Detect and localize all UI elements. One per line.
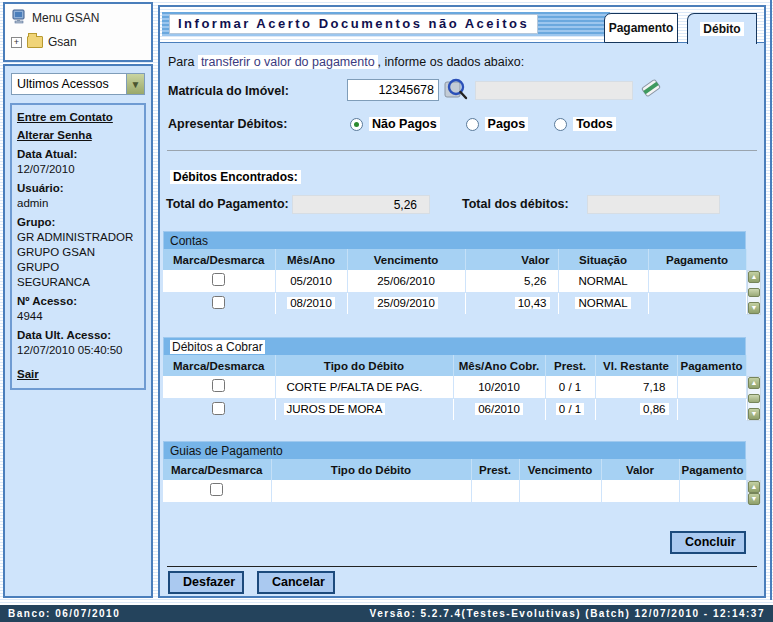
scroll-up-icon[interactable]: ▲ (748, 377, 760, 389)
col-tipo-debito: Tipo do Débito (271, 459, 471, 480)
cell-vencimento: 25/09/2010 (374, 297, 438, 309)
col-marca-desmarca: Marca/Desmarca (163, 459, 271, 480)
debitos-table-title: Débitos a Cobrar (163, 337, 746, 355)
radio-icon[interactable] (554, 118, 567, 131)
computer-icon (11, 9, 27, 28)
intro-prefix: Para (168, 55, 194, 69)
matricula-row: Matrícula do Imóvel: (168, 81, 760, 105)
cell-valor: 5,26 (521, 275, 549, 287)
cell-vencimento: 25/06/2010 (374, 275, 438, 287)
intro-highlight: transferir o valor do pagamento (198, 55, 378, 69)
total-debitos-label: Total dos débitos: (462, 197, 569, 211)
change-password-link[interactable]: Alterar Senha (17, 129, 139, 141)
contas-scrollbar[interactable]: ▲ ▼ (747, 270, 761, 315)
debitos-row-checkbox[interactable] (212, 379, 225, 392)
data-ult-acesso-value: 12/07/2010 05:40:50 (17, 343, 139, 358)
tab-debito[interactable]: Débito (687, 13, 757, 44)
desfazer-button[interactable]: Desfazer (168, 571, 244, 594)
debitos-row: JUROS DE MORA 06/2010 0 / 1 0,86 (163, 398, 746, 420)
tab-pagamento[interactable]: Pagamento (604, 13, 678, 43)
search-icon[interactable] (444, 77, 468, 107)
chevron-down-icon[interactable]: ▼ (126, 74, 144, 94)
radio-todos[interactable]: Todos (554, 117, 616, 131)
cell-mes-ano-cobr: 10/2010 (475, 381, 523, 393)
debitos-table: Débitos a Cobrar Marca/Desmarca Tipo do … (163, 337, 761, 421)
cell-tipo-debito: CORTE P/FALTA DE PAG. (284, 381, 426, 393)
debitos-scrollbar[interactable]: ▲ ▼ (747, 376, 761, 421)
scroll-thumb[interactable] (748, 288, 760, 297)
footer-versao: Versão: 5.2.7.4(Testes-Evolutivas) (Batc… (370, 608, 765, 619)
total-pagamento-field: 5,26 (292, 195, 430, 214)
usuario-label: Usuário: (17, 181, 139, 196)
page: Menu GSAN + Gsan Ultimos Acessos ▼ Entre… (0, 0, 773, 622)
col-pagamento: Pagamento (677, 355, 746, 376)
col-valor: Valor (601, 459, 679, 480)
debitos-row-checkbox[interactable] (212, 402, 225, 415)
cell-vl-restante: 0,86 (640, 403, 668, 415)
scroll-up-icon[interactable]: ▲ (748, 271, 760, 283)
scroll-down-icon[interactable]: ▼ (748, 302, 760, 314)
cell-situacao: NORMAL (575, 297, 630, 309)
radio-nao-pagos-label: Não Pagos (369, 117, 440, 131)
guias-row-checkbox[interactable] (210, 483, 223, 496)
imovel-descricao-field (475, 81, 633, 100)
logout-link[interactable]: Sair (17, 368, 139, 380)
debitos-encontrados-text: Débitos Encontrados: (170, 170, 301, 184)
guias-table: Guias de Pagamento Marca/Desmarca Tipo d… (163, 441, 761, 503)
data-atual-label: Data Atual: (17, 147, 139, 162)
debitos-row: CORTE P/FALTA DE PAG. 10/2010 0 / 1 7,18 (163, 376, 746, 398)
guias-scrollbar[interactable]: ▲ ▼ (747, 480, 761, 503)
col-tipo-debito: Tipo do Débito (275, 355, 453, 376)
ultimos-acessos-value: Ultimos Acessos (17, 77, 109, 91)
menu-root-item[interactable]: Menu GSAN (11, 8, 149, 28)
grupo-label: Grupo: (17, 215, 139, 230)
contas-row-checkbox[interactable] (212, 296, 225, 309)
col-marca-desmarca: Marca/Desmarca (163, 249, 275, 270)
scroll-thumb[interactable] (748, 394, 760, 403)
cell-mes-ano: 05/2010 (287, 275, 335, 287)
scroll-down-icon[interactable]: ▼ (748, 493, 760, 505)
apresentar-debitos-label: Apresentar Débitos: (168, 117, 350, 131)
scroll-down-icon[interactable]: ▼ (748, 408, 760, 420)
matricula-label: Matrícula do Imóvel: (168, 84, 289, 98)
eraser-icon[interactable] (638, 75, 664, 105)
folder-icon (27, 36, 43, 48)
tree-expand-icon[interactable]: + (11, 37, 22, 48)
scroll-up-icon[interactable]: ▲ (748, 481, 760, 493)
contas-row: 08/2010 25/09/2010 10,43 NORMAL (163, 292, 746, 314)
cancelar-button[interactable]: Cancelar (257, 571, 335, 594)
contas-header-row: Marca/Desmarca Mês/Ano Vencimento Valor … (163, 249, 746, 270)
concluir-button[interactable]: Concluir (670, 531, 746, 554)
tab-pagamento-label: Pagamento (609, 21, 674, 35)
title-bar: Informar Acerto Documentos não Aceitos (162, 12, 610, 36)
page-right-border (770, 0, 772, 600)
guias-table-title: Guias de Pagamento (163, 441, 746, 459)
intro-suffix: , informe os dados abaixo: (378, 55, 525, 69)
ultimos-acessos-select[interactable]: Ultimos Acessos ▼ (11, 73, 145, 95)
radio-pagos[interactable]: Pagos (466, 117, 529, 131)
col-pagamento: Pagamento (679, 459, 746, 480)
user-info-panel: Entre em Contato Alterar Senha Data Atua… (10, 103, 146, 390)
separator-line (167, 150, 757, 151)
grupo-line: SEGURANCA (17, 275, 139, 290)
cell-prest: 0 / 1 (556, 381, 584, 393)
total-debitos-field (587, 195, 720, 214)
contas-row-checkbox[interactable] (212, 273, 225, 286)
contact-link[interactable]: Entre em Contato (17, 111, 139, 123)
header-row: Informar Acerto Documentos não Aceitos P… (160, 7, 764, 43)
col-prest: Prest. (471, 459, 519, 480)
main-panel: Informar Acerto Documentos não Aceitos P… (158, 5, 766, 598)
totals-row: Total do Pagamento: 5,26 Total dos débit… (160, 195, 764, 217)
tree-item-gsan[interactable]: + Gsan (11, 32, 149, 52)
sidebar: Ultimos Acessos ▼ Entre em Contato Alter… (3, 64, 153, 598)
cell-mes-ano-cobr: 06/2010 (475, 403, 523, 415)
radio-icon[interactable] (350, 118, 363, 131)
guias-row (163, 480, 746, 502)
col-mes-ano-cobr: Mês/Ano Cobr. (453, 355, 545, 376)
page-title: Informar Acerto Documentos não Aceitos (169, 14, 538, 34)
debitos-encontrados-label: Débitos Encontrados: (170, 170, 301, 184)
menu-root-label: Menu GSAN (32, 11, 99, 25)
radio-nao-pagos[interactable]: Não Pagos (350, 117, 440, 131)
radio-icon[interactable] (466, 118, 479, 131)
matricula-input[interactable] (347, 79, 439, 101)
